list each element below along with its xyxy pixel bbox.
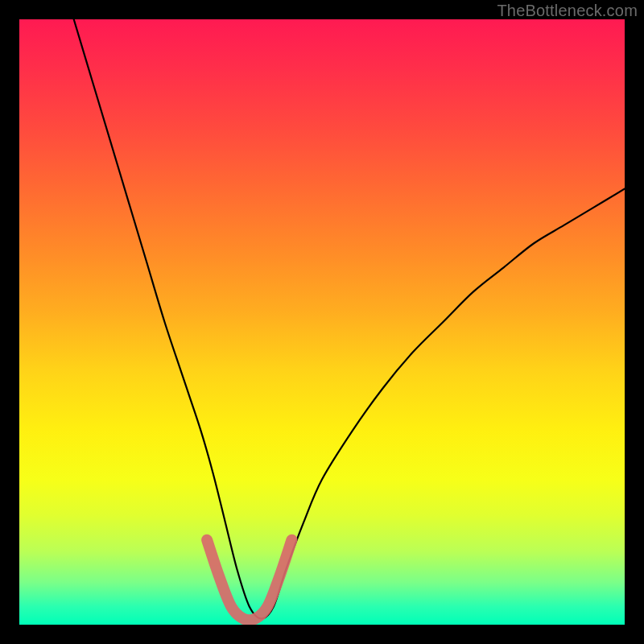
chart-frame: TheBottleneck.com [0,0,644,644]
chart-svg [19,19,625,625]
bottleneck-curve-line [74,19,625,618]
chart-plot-area [19,19,625,625]
watermark-label: TheBottleneck.com [497,2,638,20]
